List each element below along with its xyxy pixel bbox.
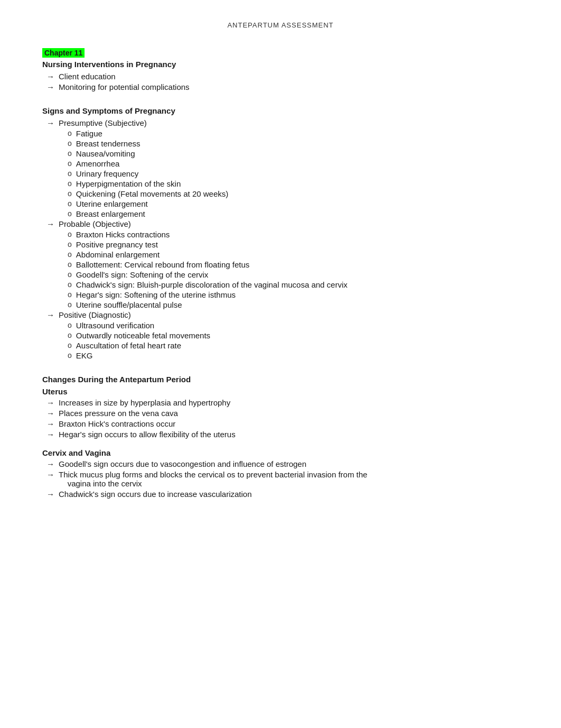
bullet-o: o: [68, 199, 72, 208]
item-text: Probable (Objective): [59, 219, 131, 228]
list-item: oAmenorrhea: [42, 159, 519, 168]
probable-sublist: oBraxton Hicks contractions oPositive pr…: [42, 230, 519, 309]
bullet-o: o: [68, 209, 72, 218]
item-text: Uterine souffle/placental pulse: [76, 300, 182, 309]
item-text: Outwardly noticeable fetal movements: [76, 331, 210, 340]
item-text: Breast tenderness: [76, 139, 141, 148]
item-text: Braxton Hicks contractions: [76, 230, 170, 239]
item-text: EKG: [76, 351, 93, 360]
bullet-o: o: [68, 230, 72, 238]
list-item: oNausea/vomiting: [42, 149, 519, 158]
page-title: ANTEPARTUM ASSESSMENT: [42, 21, 519, 29]
item-text: Abdominal enlargement: [76, 250, 160, 259]
list-item: → Hegar's sign occurs to allow flexibili…: [42, 430, 519, 439]
list-item: → Increases in size by hyperplasia and h…: [42, 398, 519, 407]
item-text: Places pressure on the vena cava: [59, 409, 178, 418]
arrow-icon: →: [46, 398, 54, 407]
chapter-label: Chapter 11: [42, 48, 85, 58]
item-text: Positive pregnancy test: [76, 240, 158, 249]
list-item: oFatigue: [42, 129, 519, 138]
bullet-o: o: [68, 240, 72, 248]
bullet-o: o: [68, 331, 72, 339]
item-text: Urinary frequency: [76, 169, 138, 178]
list-item: oUltrasound verification: [42, 321, 519, 330]
item-text: Uterine enlargement: [76, 199, 148, 208]
cervix-list: → Goodell's sign occurs due to vasoconge…: [42, 459, 519, 499]
item-text: Chadwick's sign: Bluish-purple discolora…: [76, 280, 348, 289]
bullet-o: o: [68, 129, 72, 137]
item-text: Ultrasound verification: [76, 321, 154, 330]
bullet-o: o: [68, 169, 72, 178]
subsection-uterus: Uterus → Increases in size by hyperplasi…: [42, 387, 519, 439]
bullet-o: o: [68, 290, 72, 299]
list-item: → Places pressure on the vena cava: [42, 409, 519, 418]
item-text: Goodell's sign occurs due to vasocongest…: [59, 459, 306, 468]
item-text: Fatigue: [76, 129, 102, 138]
list-item: oQuickening (Fetal movements at 20 weeks…: [42, 189, 519, 198]
list-item: → Goodell's sign occurs due to vasoconge…: [42, 459, 519, 468]
list-item-positive: → Positive (Diagnostic): [42, 310, 519, 319]
signs-list: → Presumptive (Subjective) oFatigue oBre…: [42, 118, 519, 360]
bullet-o: o: [68, 149, 72, 158]
arrow-icon: →: [46, 118, 54, 127]
bullet-o: o: [68, 300, 72, 309]
arrow-icon: →: [46, 219, 54, 228]
section-changes-antepartum: Changes During the Antepartum Period Ute…: [42, 375, 519, 499]
bullet-o: o: [68, 321, 72, 329]
sub-heading-uterus: Uterus: [42, 387, 519, 396]
list-item: → Client education: [42, 72, 519, 81]
arrow-icon: →: [46, 459, 54, 468]
item-text: Hyperpigmentation of the skin: [76, 179, 181, 188]
uterus-list: → Increases in size by hyperplasia and h…: [42, 398, 519, 439]
arrow-icon: →: [46, 310, 54, 319]
bullet-o: o: [68, 280, 72, 289]
list-item: oBallottement: Cervical rebound from flo…: [42, 260, 519, 269]
item-text: Thick mucus plug forms and blocks the ce…: [59, 470, 367, 488]
list-item: oHyperpigmentation of the skin: [42, 179, 519, 188]
section-heading-signs: Signs and Symptoms of Pregnancy: [42, 106, 519, 115]
item-text: Braxton Hick's contractions occur: [59, 419, 175, 428]
subsection-cervix-vagina: Cervix and Vagina → Goodell's sign occur…: [42, 448, 519, 499]
item-text: Increases in size by hyperplasia and hyp…: [59, 398, 230, 407]
bullet-o: o: [68, 250, 72, 259]
arrow-icon: →: [46, 72, 54, 81]
item-text: Nausea/vomiting: [76, 149, 135, 158]
bullet-o: o: [68, 351, 72, 360]
sub-heading-cervix: Cervix and Vagina: [42, 448, 519, 457]
item-text: Quickening (Fetal movements at 20 weeks): [76, 189, 228, 198]
item-text: Auscultation of fetal heart rate: [76, 341, 181, 350]
section-nursing-interventions: Nursing Interventions in Pregnancy → Cli…: [42, 60, 519, 91]
list-item: → Braxton Hick's contractions occur: [42, 419, 519, 428]
presumptive-sublist: oFatigue oBreast tenderness oNausea/vomi…: [42, 129, 519, 218]
nursing-list: → Client education → Monitoring for pote…: [42, 72, 519, 91]
bullet-o: o: [68, 159, 72, 168]
list-item-presumptive: → Presumptive (Subjective): [42, 118, 519, 127]
list-item: oPositive pregnancy test: [42, 240, 519, 249]
arrow-icon: →: [46, 82, 54, 91]
item-text: Chadwick's sign occurs due to increase v…: [59, 490, 252, 499]
bullet-o: o: [68, 189, 72, 198]
list-item: oUterine souffle/placental pulse: [42, 300, 519, 309]
list-item: oAbdominal enlargement: [42, 250, 519, 259]
item-text: Hegar's sign: Softening of the uterine i…: [76, 290, 236, 299]
list-item: oOutwardly noticeable fetal movements: [42, 331, 519, 340]
item-text: Goodell's sign: Softening of the cervix: [76, 270, 209, 279]
list-item: oBreast enlargement: [42, 209, 519, 218]
arrow-icon: →: [46, 490, 54, 499]
list-item: oChadwick's sign: Bluish-purple discolor…: [42, 280, 519, 289]
list-item: → Thick mucus plug forms and blocks the …: [42, 470, 519, 488]
section-heading-changes: Changes During the Antepartum Period: [42, 375, 519, 384]
list-item: oHegar's sign: Softening of the uterine …: [42, 290, 519, 299]
item-text: Monitoring for potential complications: [59, 82, 190, 91]
section-signs-symptoms: Signs and Symptoms of Pregnancy → Presum…: [42, 106, 519, 360]
list-item: → Chadwick's sign occurs due to increase…: [42, 490, 519, 499]
arrow-icon: →: [46, 470, 54, 479]
list-item-probable: → Probable (Objective): [42, 219, 519, 228]
item-text: Positive (Diagnostic): [59, 310, 131, 319]
list-item: → Monitoring for potential complications: [42, 82, 519, 91]
list-item: oEKG: [42, 351, 519, 360]
item-text: Presumptive (Subjective): [59, 118, 147, 127]
item-text: Hegar's sign occurs to allow flexibility…: [59, 430, 236, 439]
bullet-o: o: [68, 139, 72, 148]
arrow-icon: →: [46, 430, 54, 439]
